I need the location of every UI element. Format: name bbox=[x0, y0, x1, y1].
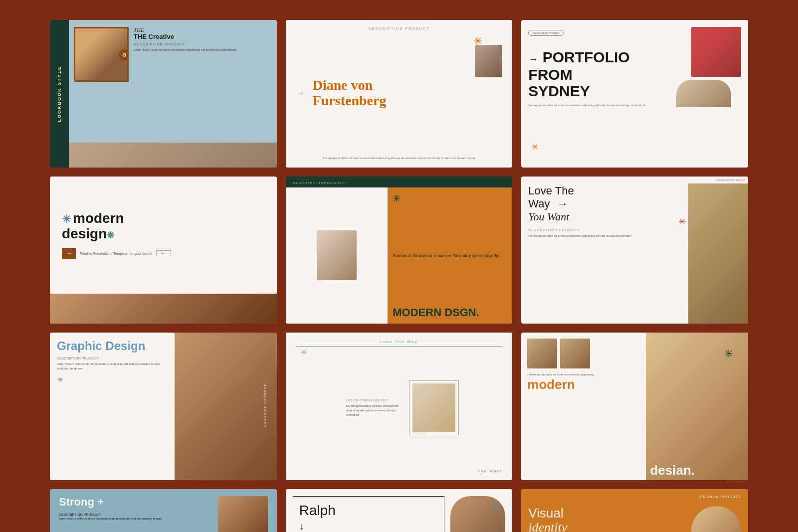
person-image bbox=[412, 383, 455, 432]
slide-visual: Fashion Product Visual identity → Projec… bbox=[521, 489, 748, 532]
left-content: Graphic Design Description Product Lorem… bbox=[50, 333, 175, 480]
right-photo: Fashion Product bbox=[688, 177, 748, 324]
slide-modern: ✳moderndesign❋ → Freefire Presentation T… bbox=[50, 177, 277, 324]
star-inline: ✳ bbox=[62, 213, 71, 225]
desc-label: Description Product bbox=[57, 356, 168, 360]
arrow-button[interactable]: → bbox=[62, 248, 76, 259]
modern-title: ✳moderndesign❋ bbox=[62, 211, 265, 242]
photo-box: ⚙ bbox=[74, 27, 129, 82]
desc-label: Description Product bbox=[528, 228, 681, 232]
ralph-text: Ralph bbox=[299, 503, 438, 519]
slide-lookbook: LOOKBOOK STYLE ⚙ THE THE Creative Descri… bbox=[50, 20, 277, 168]
desc-top: DescriptionProduct bbox=[293, 181, 506, 184]
center-content: Description Product Lorem ipsum dolor si… bbox=[296, 352, 503, 465]
desc-bottom: Lorem ipsum dolor sit amet consectetur a… bbox=[296, 156, 503, 161]
right-photo bbox=[218, 496, 268, 532]
desc-text: Lorem ipsum dolor sit amet consectetur a… bbox=[527, 372, 640, 377]
star-orange: ✳ bbox=[393, 192, 507, 204]
right-photo: Fashion Product bbox=[175, 333, 277, 480]
arrow-middle: → bbox=[381, 245, 390, 255]
left-content: Ralph ↓ Lauren Lorem ipsum dolor sit ame… bbox=[293, 496, 445, 532]
photo-small-2 bbox=[560, 339, 590, 368]
love-title: Love The Way → bbox=[528, 184, 681, 211]
star-blue: ✳ bbox=[57, 375, 168, 384]
visual-text: Visual bbox=[528, 506, 691, 521]
arrow-right: → bbox=[557, 197, 568, 210]
desc-text: Lorem ipsum dolor sit amet consectetur a… bbox=[528, 103, 676, 108]
small-photo bbox=[475, 45, 502, 77]
top-area: ✳moderndesign❋ → Freefire Presentation T… bbox=[50, 177, 277, 294]
left-card bbox=[286, 187, 388, 324]
sidebar-bar: LOOKBOOK STYLE bbox=[50, 20, 69, 168]
slide-modern-dsgn: DescriptionProduct ✳ Fashion is the armo… bbox=[286, 177, 513, 324]
slide-strong: Strong + Description Product Lorem ipsum… bbox=[50, 489, 277, 532]
top-area: Strong + Description Product Lorem ipsum… bbox=[50, 489, 277, 532]
desc-label: Description Product bbox=[346, 398, 402, 402]
main-content: → Diane von Furstenberg bbox=[296, 34, 503, 152]
slide-portfolio: Description Product → PORTFOLIO FROM SYD… bbox=[521, 20, 748, 168]
star-decor: ✳ bbox=[678, 216, 686, 227]
slide-diane: Description Product → Diane von Furstenb… bbox=[286, 20, 513, 168]
star-blue: ✳ bbox=[492, 501, 500, 513]
you-want: You Want bbox=[528, 210, 681, 223]
right-side: desian. ✳ bbox=[646, 333, 748, 480]
top-label: Fashion Product bbox=[700, 495, 741, 499]
fashion-label: Fashion Product bbox=[688, 177, 748, 183]
slide-ralph: Ralph ↓ Lauren Lorem ipsum dolor sit ame… bbox=[286, 489, 513, 532]
left-desc: Description Product Lorem ipsum dolor si… bbox=[339, 398, 409, 417]
star-decor: ✳ bbox=[531, 142, 539, 153]
desc-label: Description Product bbox=[59, 513, 212, 517]
slides-grid: LOOKBOOK STYLE ⚙ THE THE Creative Descri… bbox=[50, 20, 748, 532]
star-dark: ✳ bbox=[724, 348, 733, 360]
modern-text: modern bbox=[527, 377, 640, 392]
slide-graphic: Graphic Design Description Product Lorem… bbox=[50, 333, 277, 480]
photos-row bbox=[527, 339, 640, 368]
text-area: THE THE Creative Description Product Lor… bbox=[134, 27, 272, 52]
subtitle-text: Freefire Presentation Template, for your… bbox=[80, 252, 152, 255]
next-button[interactable]: Next bbox=[156, 250, 171, 256]
modern-dsgn-title: MODERN DSGN. bbox=[393, 307, 507, 319]
desian-label: desian. bbox=[650, 463, 695, 478]
creative-label: THE Creative bbox=[134, 33, 272, 40]
left-content: Visual identity → Project Branding Made … bbox=[528, 496, 691, 532]
strong-title: Strong + bbox=[59, 496, 212, 508]
slide-love-way: Love The Way → You Want Description Prod… bbox=[521, 177, 748, 324]
photo-frame bbox=[409, 380, 459, 435]
graphic-title: Graphic Design bbox=[57, 340, 168, 353]
the-label: THE bbox=[134, 27, 272, 33]
designer-name: Diane von Furstenberg bbox=[313, 78, 387, 109]
desc-text: Lorem ipsum dolor sit amet consectetur a… bbox=[57, 362, 168, 371]
top-label: Love The Way bbox=[296, 340, 503, 347]
desc-text: Lorem ipsum dolor sit amet consectetur a… bbox=[346, 404, 402, 417]
photo-small-1 bbox=[527, 339, 557, 368]
lookbook-label: LOOKBOOK STYLE bbox=[57, 66, 62, 122]
desc-area: Description Product Lorem ipsum dolor si… bbox=[59, 513, 212, 521]
top-section: DescriptionProduct bbox=[286, 177, 513, 187]
desc-text: Lorem ipsum dolor sit amet consectetur a… bbox=[59, 517, 212, 521]
star-decor: ✳ bbox=[301, 348, 307, 357]
portfolio-title: → PORTFOLIO FROM SYDNEY bbox=[528, 49, 676, 99]
desc-text: Lorem ipsum dolor sit amet consectetur a… bbox=[134, 48, 272, 52]
person-photo bbox=[317, 230, 357, 280]
bottom-label: You Want bbox=[296, 469, 503, 473]
desc-pill: Description Product bbox=[528, 30, 563, 36]
slide-modern-split: Lorem ipsum dolor sit amet consectetur a… bbox=[521, 333, 748, 480]
arrow-icon: → bbox=[296, 88, 305, 98]
star-bottom: ❋ bbox=[107, 230, 114, 240]
right-section: ✳ Fashion is the armour to survive the r… bbox=[388, 187, 512, 324]
slide-love-center: Love The Way ✳ Description Product Lorem… bbox=[286, 333, 513, 480]
bottom-image bbox=[50, 294, 277, 324]
left-text: Strong + Description Product Lorem ipsum… bbox=[59, 496, 212, 532]
left-side: Description Product → PORTFOLIO FROM SYD… bbox=[528, 27, 676, 161]
fashion-text: Fashion is the armour to survive the rea… bbox=[393, 252, 507, 259]
desc-text: Lorem ipsum dolor sit amet consectetur a… bbox=[528, 234, 681, 238]
left-side: Lorem ipsum dolor sit amet consectetur a… bbox=[521, 333, 646, 480]
identity-italic: identity bbox=[528, 520, 691, 532]
side-label: Fashion Product bbox=[263, 384, 266, 428]
subtitle-bar: → Freefire Presentation Template, for yo… bbox=[62, 248, 265, 259]
arrow-down: ↓ bbox=[299, 521, 438, 532]
right-photo bbox=[691, 506, 741, 532]
right-photo: ✳ bbox=[450, 496, 505, 532]
desc-label: Description Product bbox=[134, 42, 272, 46]
desc-top: Description Product bbox=[296, 27, 503, 30]
